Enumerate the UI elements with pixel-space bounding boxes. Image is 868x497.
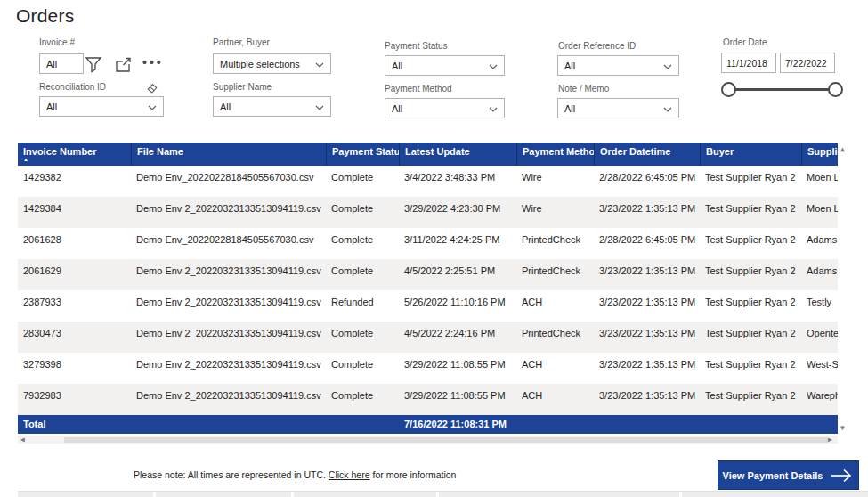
table-cell[interactable]: 1429384 [18,197,131,228]
table-cell[interactable]: Testly [801,290,838,322]
table-cell[interactable]: 3279398 [18,353,131,384]
table-cell[interactable]: 7932983 [18,384,131,415]
table-cell[interactable]: Wire [516,197,594,228]
table-cell[interactable]: Complete [326,197,399,228]
table-cell[interactable]: 4/5/2022 2:25:51 PM [399,259,516,290]
table-row[interactable]: 1429384Demo Env 2_20220323133513094119.c… [18,197,838,228]
table-cell[interactable]: PrintedCheck [516,259,594,290]
supplier-name-filter-dropdown[interactable]: All [213,96,331,117]
table-cell[interactable]: 3/4/2022 3:48:33 PM [399,166,516,197]
table-cell[interactable]: 3/23/2022 1:35:13 PM [594,353,700,384]
column-header-latest-update[interactable]: Latest Update [399,143,516,166]
table-row[interactable]: 7932983Demo Env 2_20220323133513094119.c… [18,384,838,415]
table-cell[interactable]: Demo Env_20220228184505567030.csv [131,166,326,197]
column-header-payment-status[interactable]: Payment Status [326,143,399,166]
column-header-supplier-name[interactable]: Supplier Name [801,143,838,166]
table-cell[interactable]: Test Supplier Ryan 2 [700,166,801,197]
table-cell[interactable]: Demo Env 2_20220323133513094119.csv [131,322,326,353]
column-header-file-name[interactable]: File Name [131,143,326,166]
table-cell[interactable]: 3/23/2022 1:35:13 PM [594,197,700,228]
order-date-end-input[interactable]: 7/22/2022 [780,53,835,73]
view-payment-details-button[interactable]: View Payment Details [718,460,859,490]
table-cell[interactable]: 2061629 [18,259,131,290]
note-memo-filter-dropdown[interactable]: All [557,98,679,118]
table-row[interactable]: 2061628Demo Env_20220228184505567030.csv… [18,228,838,259]
table-cell[interactable]: Test Supplier Ryan 2 [700,353,801,384]
table-cell[interactable]: Demo Env 2_20220323133513094119.csv [131,259,326,290]
table-horizontal-scrollbar[interactable]: ◀ ▶ [18,436,838,444]
column-header-order-datetime[interactable]: Order Datetime [594,143,700,166]
column-header-invoice-number[interactable]: Invoice Number▲ [18,143,131,166]
order-date-start-input[interactable]: 11/1/2018 [721,53,776,73]
invoice-filter-dropdown[interactable]: All [39,53,84,74]
table-scroll-right-arrow[interactable]: ▶ [828,436,832,444]
table-cell[interactable]: 2830473 [18,322,131,353]
table-row[interactable]: 2061629Demo Env 2_20220323133513094119.c… [18,259,838,290]
table-cell[interactable]: 2061628 [18,228,131,259]
filter-icon[interactable] [84,54,103,77]
table-cell[interactable]: Moen LLC [801,197,838,228]
column-header-buyer[interactable]: Buyer [700,143,801,166]
table-cell[interactable]: Test Supplier Ryan 2 [700,322,801,353]
table-cell[interactable]: 3/23/2022 1:35:13 PM [594,290,700,322]
table-cell[interactable]: 3/23/2022 1:35:13 PM [594,384,700,415]
table-cell[interactable]: 2/28/2022 6:45:05 PM [594,166,700,197]
table-cell[interactable]: Adams Gr [801,228,838,259]
order-date-slider-handle-end[interactable] [828,82,843,97]
table-cell[interactable]: ACH [516,290,594,322]
clear-selections-icon[interactable] [147,81,158,97]
table-cell[interactable]: Demo Env 2_20220323133513094119.csv [131,290,326,322]
table-scroll-left-arrow[interactable]: ◀ [20,436,25,444]
table-cell[interactable]: Refunded [326,290,399,322]
focus-mode-icon[interactable] [114,55,133,77]
table-cell[interactable]: PrintedCheck [516,322,594,353]
table-cell[interactable]: Moen LLC [801,166,838,197]
table-row[interactable]: 2387933Demo Env 2_20220323133513094119.c… [18,290,838,322]
more-options-icon[interactable]: ••• [142,55,164,69]
table-cell[interactable]: 3/23/2022 1:35:13 PM [594,322,700,353]
table-row[interactable]: 2830473Demo Env 2_20220323133513094119.c… [18,322,838,353]
table-cell[interactable]: Demo Env 2_20220323133513094119.csv [131,384,326,415]
table-cell[interactable]: Demo Env 2_20220323133513094119.csv [131,197,326,228]
table-cell[interactable]: 4/5/2022 2:24:16 PM [399,322,516,353]
table-cell[interactable]: Complete [326,353,399,384]
table-cell[interactable]: Demo Env_20220228184505567030.csv [131,228,326,259]
table-cell[interactable]: 1429382 [18,166,131,197]
payment-status-filter-dropdown[interactable]: All [385,55,505,76]
table-cell[interactable]: Demo Env 2_20220323133513094119.csv [131,353,326,384]
table-row[interactable]: 3279398Demo Env 2_20220323133513094119.c… [18,353,838,384]
table-cell[interactable]: 2387933 [18,290,131,322]
table-cell[interactable]: Test Supplier Ryan 2 [700,228,801,259]
table-cell[interactable]: 5/26/2022 11:10:16 PM [399,290,516,322]
table-cell[interactable]: Complete [326,259,399,290]
table-cell[interactable]: 3/11/2022 4:24:25 PM [399,228,516,259]
table-cell[interactable]: 3/23/2022 1:35:13 PM [594,259,700,290]
table-cell[interactable]: Wire [516,166,594,197]
table-cell[interactable]: Test Supplier Ryan 2 [700,197,801,228]
table-cell[interactable]: ACH [516,384,594,415]
table-cell[interactable]: Test Supplier Ryan 2 [700,290,801,322]
partner-buyer-filter-dropdown[interactable]: Multiple selections [213,53,331,74]
order-date-slider-handle-start[interactable] [721,82,736,97]
table-cell[interactable]: ACH [516,353,594,384]
table-cell[interactable]: 3/29/2022 4:23:30 PM [399,197,516,228]
table-cell[interactable]: Complete [326,166,399,197]
table-cell[interactable]: 3/29/2022 11:08:55 PM [399,384,516,415]
table-cell[interactable]: Adams Gr [801,259,838,290]
table-scroll-down-arrow[interactable]: ▼ [840,424,845,432]
column-header-payment-method[interactable]: Payment Method [516,143,594,166]
scrollbar-thumb[interactable] [64,437,828,443]
reconciliation-filter-dropdown[interactable]: All [39,96,164,117]
table-cell[interactable]: West-Sch [801,353,838,384]
table-cell[interactable]: Complete [326,384,399,415]
table-cell[interactable]: 3/29/2022 11:08:55 PM [399,353,516,384]
table-cell[interactable]: 2/28/2022 6:45:05 PM [594,228,700,259]
table-cell[interactable]: Test Supplier Ryan 2 [700,259,801,290]
table-cell[interactable]: Opentech [801,322,838,353]
table-cell[interactable]: Warepha [801,384,838,415]
table-scroll-up-arrow[interactable]: ▲ [840,145,845,153]
order-date-slider-track[interactable] [728,88,833,91]
table-cell[interactable]: Complete [326,322,399,353]
click-here-link[interactable]: Click here [329,469,370,480]
order-reference-filter-dropdown[interactable]: All [557,55,679,76]
